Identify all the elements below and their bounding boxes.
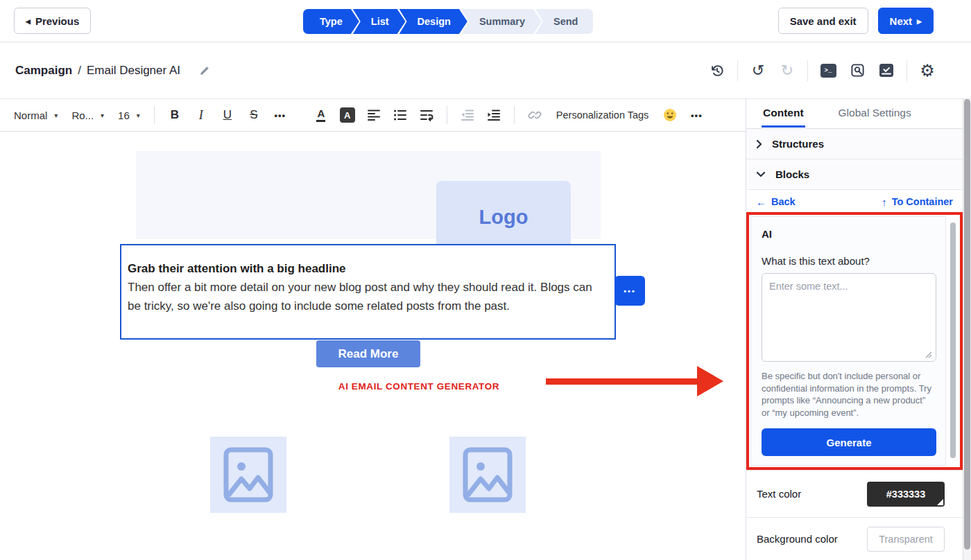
editor-column: Normal ▾ Ro... ▾ 16 ▾ B I U S ••• A A [0, 99, 746, 560]
text-color-swatch[interactable]: #333333 [867, 482, 945, 507]
divider [154, 106, 155, 124]
toolbar-overflow-icon[interactable]: ••• [685, 104, 708, 126]
more-formats-icon[interactable]: ••• [268, 104, 292, 126]
structures-label: Structures [772, 138, 824, 150]
image-placeholder-icon [223, 447, 273, 502]
structures-accordion[interactable]: Structures [746, 129, 963, 159]
indent-icon[interactable] [482, 104, 506, 126]
step-type[interactable]: Type [303, 9, 359, 34]
read-more-label: Read More [338, 347, 399, 361]
font-size-select[interactable]: 16 ▾ [112, 110, 146, 121]
font-family-select[interactable]: Ro... ▾ [66, 110, 110, 121]
save-and-exit-label: Save and exit [790, 15, 857, 27]
background-color-row: Background color Transparent [746, 517, 963, 560]
breadcrumb: Campaign / Email Designer AI [15, 62, 214, 80]
back-label: Back [771, 196, 796, 207]
background-color-icon[interactable]: A [336, 104, 359, 126]
history-icon[interactable] [708, 62, 726, 80]
headline-text: Grab their attention with a big headline [128, 262, 601, 276]
ai-generator-annotation: AI EMAIL CONTENT GENERATOR [294, 381, 544, 392]
generate-button[interactable]: Generate [762, 428, 936, 456]
blocks-accordion[interactable]: Blocks [746, 159, 963, 190]
block-options-button[interactable]: ••• [615, 276, 645, 306]
arrow-up-icon: ↑ [882, 196, 887, 208]
tab-global-settings[interactable]: Global Settings [837, 99, 913, 125]
chevron-right-icon [756, 139, 762, 149]
step-type-label: Type [320, 16, 343, 27]
step-list-label: List [371, 16, 389, 27]
settings-gear-icon[interactable]: ⚙ [918, 62, 936, 80]
next-button[interactable]: Next ▶ [878, 8, 934, 34]
previous-button[interactable]: ◀ Previous [14, 8, 91, 34]
text-wrap-icon[interactable] [415, 104, 438, 126]
divider [300, 106, 301, 124]
paragraph-style-value: Normal [14, 110, 47, 121]
sidebar-scrollbar[interactable] [950, 222, 956, 458]
inbox-check-icon[interactable] [877, 62, 895, 80]
tab-content[interactable]: Content [762, 99, 805, 128]
background-color-button[interactable]: Transparent [867, 527, 945, 552]
strikethrough-button[interactable]: S [242, 104, 266, 126]
font-color-glyph: A [316, 108, 325, 122]
ai-panel-title: AI [762, 228, 936, 240]
undo-icon[interactable]: ↺ [749, 62, 767, 80]
bullet-list-icon[interactable] [388, 104, 412, 126]
image-placeholder-block[interactable] [449, 437, 526, 513]
to-container-label: To Container [892, 196, 953, 207]
paragraph-style-select[interactable]: Normal ▾ [8, 110, 63, 121]
top-header: ◀ Previous Type List Design Summary Send… [0, 0, 971, 42]
emoji-icon[interactable] [658, 104, 682, 126]
red-arrow-icon [546, 364, 725, 399]
divider [807, 60, 808, 81]
preview-search-icon[interactable] [848, 62, 866, 80]
back-link[interactable]: ← Back [756, 196, 796, 208]
window-scrollbar[interactable] [963, 99, 971, 560]
ellipsis-icon: ••• [624, 287, 636, 295]
to-container-link[interactable]: ↑ To Container [882, 196, 953, 208]
arrow-left-icon: ← [756, 196, 766, 208]
save-and-exit-button[interactable]: Save and exit [778, 8, 868, 34]
ai-question-label: What is this text about? [762, 255, 936, 267]
font-family-value: Ro... [71, 110, 94, 121]
italic-button[interactable]: I [189, 104, 213, 126]
image-placeholder-block[interactable] [210, 437, 286, 513]
sidebar-tabs: Content Global Settings [746, 99, 963, 129]
campaign-title: Email Designer AI [87, 64, 180, 78]
personalization-tags-button[interactable]: Personalization Tags [549, 110, 656, 121]
font-color-icon[interactable]: A [309, 104, 333, 126]
redo-icon[interactable]: ↻ [778, 62, 796, 80]
window-scrollbar-thumb[interactable] [964, 99, 970, 550]
logo-block[interactable]: Logo [436, 181, 571, 254]
step-design[interactable]: Design [399, 9, 467, 34]
step-list[interactable]: List [353, 9, 406, 34]
selected-text-block[interactable]: Grab their attention with a big headline… [120, 244, 616, 340]
divider [514, 106, 515, 124]
step-send[interactable]: Send [535, 9, 593, 34]
divider [737, 60, 738, 81]
align-icon[interactable] [362, 104, 386, 126]
wizard-stepper: Type List Design Summary Send [303, 9, 593, 34]
text-color-row: Text color #333333 [746, 470, 963, 517]
outdent-icon[interactable] [456, 104, 479, 126]
logo-band[interactable]: Logo [136, 151, 601, 239]
previous-label: Previous [35, 15, 79, 27]
ai-prompt-input[interactable] [762, 273, 936, 362]
ai-panel: AI What is this text about? Be specific … [750, 216, 946, 466]
text-color-value: #333333 [886, 489, 925, 500]
divider [447, 106, 447, 124]
step-summary[interactable]: Summary [461, 9, 542, 34]
right-sidebar: Content Global Settings Structures Block… [746, 99, 963, 560]
body-text: Then offer a bit more detail on your new… [128, 278, 601, 315]
terminal-icon[interactable]: >_ [819, 62, 837, 80]
email-canvas: Logo Grab their attention with a big hea… [0, 132, 746, 560]
underline-button[interactable]: U [216, 104, 239, 126]
read-more-button[interactable]: Read More [316, 340, 420, 367]
campaign-bar: Campaign / Email Designer AI ↺ ↻ >_ [0, 42, 971, 99]
link-icon[interactable] [523, 104, 547, 126]
swatch-corner-icon [937, 499, 943, 505]
edit-title-pencil-icon[interactable] [196, 62, 214, 80]
previous-arrow-icon: ◀ [26, 18, 31, 25]
bold-button[interactable]: B [163, 104, 187, 126]
step-send-label: Send [553, 16, 578, 27]
divider [906, 60, 907, 81]
